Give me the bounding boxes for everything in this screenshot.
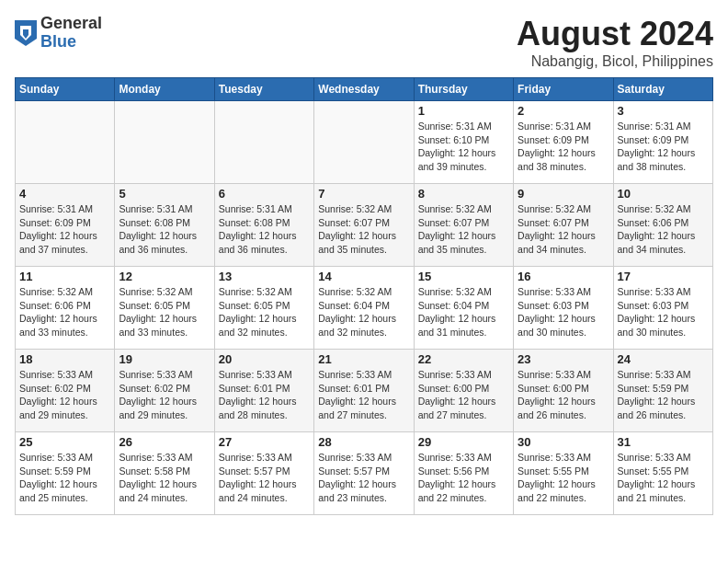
day-number: 31 bbox=[618, 435, 709, 449]
logo-blue: Blue bbox=[40, 33, 102, 52]
calendar-cell: 23Sunrise: 5:33 AM Sunset: 6:00 PM Dayli… bbox=[514, 350, 613, 432]
calendar-cell: 21Sunrise: 5:33 AM Sunset: 6:01 PM Dayli… bbox=[314, 350, 414, 432]
weekday-header-saturday: Saturday bbox=[613, 78, 712, 101]
day-number: 6 bbox=[219, 187, 310, 201]
day-detail: Sunrise: 5:33 AM Sunset: 6:01 PM Dayligh… bbox=[219, 368, 310, 422]
day-detail: Sunrise: 5:33 AM Sunset: 6:00 PM Dayligh… bbox=[418, 368, 509, 422]
day-number: 29 bbox=[418, 435, 509, 449]
day-detail: Sunrise: 5:31 AM Sunset: 6:08 PM Dayligh… bbox=[219, 202, 310, 257]
day-number: 24 bbox=[618, 352, 709, 366]
day-number: 3 bbox=[618, 104, 709, 118]
calendar-cell: 29Sunrise: 5:33 AM Sunset: 5:56 PM Dayli… bbox=[414, 432, 513, 515]
calendar-cell bbox=[115, 101, 214, 184]
day-number: 1 bbox=[418, 104, 509, 118]
day-detail: Sunrise: 5:33 AM Sunset: 5:57 PM Dayligh… bbox=[219, 451, 310, 505]
day-detail: Sunrise: 5:32 AM Sunset: 6:04 PM Dayligh… bbox=[418, 285, 509, 339]
calendar-cell: 17Sunrise: 5:33 AM Sunset: 6:03 PM Dayli… bbox=[613, 267, 712, 350]
day-number: 5 bbox=[119, 187, 210, 201]
day-detail: Sunrise: 5:32 AM Sunset: 6:05 PM Dayligh… bbox=[219, 285, 310, 339]
day-detail: Sunrise: 5:33 AM Sunset: 5:58 PM Dayligh… bbox=[119, 451, 210, 505]
day-number: 22 bbox=[418, 352, 509, 366]
day-number: 8 bbox=[418, 187, 509, 201]
calendar-cell: 9Sunrise: 5:32 AM Sunset: 6:07 PM Daylig… bbox=[514, 184, 613, 267]
calendar-cell: 3Sunrise: 5:31 AM Sunset: 6:09 PM Daylig… bbox=[613, 101, 712, 184]
day-number: 7 bbox=[318, 187, 409, 201]
day-number: 14 bbox=[318, 270, 409, 283]
day-detail: Sunrise: 5:31 AM Sunset: 6:09 PM Dayligh… bbox=[19, 202, 110, 257]
calendar-cell: 1Sunrise: 5:31 AM Sunset: 6:10 PM Daylig… bbox=[414, 101, 513, 184]
day-detail: Sunrise: 5:32 AM Sunset: 6:06 PM Dayligh… bbox=[618, 202, 709, 257]
calendar-cell: 14Sunrise: 5:32 AM Sunset: 6:04 PM Dayli… bbox=[314, 267, 414, 350]
day-number: 21 bbox=[318, 352, 409, 366]
calendar-cell: 15Sunrise: 5:32 AM Sunset: 6:04 PM Dayli… bbox=[414, 267, 513, 350]
calendar-cell: 22Sunrise: 5:33 AM Sunset: 6:00 PM Dayli… bbox=[414, 350, 513, 432]
day-number: 20 bbox=[219, 352, 310, 366]
day-number: 2 bbox=[518, 104, 609, 118]
day-number: 18 bbox=[19, 352, 110, 366]
day-number: 19 bbox=[119, 352, 210, 366]
calendar-cell: 18Sunrise: 5:33 AM Sunset: 6:02 PM Dayli… bbox=[16, 350, 115, 432]
day-detail: Sunrise: 5:32 AM Sunset: 6:07 PM Dayligh… bbox=[318, 202, 409, 257]
day-number: 15 bbox=[418, 270, 509, 283]
day-number: 9 bbox=[518, 187, 609, 201]
weekday-header-friday: Friday bbox=[514, 78, 613, 101]
day-detail: Sunrise: 5:33 AM Sunset: 5:55 PM Dayligh… bbox=[518, 451, 609, 505]
day-detail: Sunrise: 5:31 AM Sunset: 6:09 PM Dayligh… bbox=[618, 120, 709, 174]
calendar-week-row: 4Sunrise: 5:31 AM Sunset: 6:09 PM Daylig… bbox=[16, 184, 713, 267]
calendar-cell: 2Sunrise: 5:31 AM Sunset: 6:09 PM Daylig… bbox=[514, 101, 613, 184]
day-number: 12 bbox=[119, 270, 210, 283]
calendar-cell: 20Sunrise: 5:33 AM Sunset: 6:01 PM Dayli… bbox=[214, 350, 313, 432]
day-detail: Sunrise: 5:33 AM Sunset: 5:57 PM Dayligh… bbox=[318, 451, 409, 505]
logo-icon bbox=[15, 20, 37, 46]
calendar-cell: 13Sunrise: 5:32 AM Sunset: 6:05 PM Dayli… bbox=[214, 267, 313, 350]
calendar-cell bbox=[16, 101, 115, 184]
day-detail: Sunrise: 5:31 AM Sunset: 6:10 PM Dayligh… bbox=[418, 120, 509, 174]
day-number: 13 bbox=[219, 270, 310, 283]
weekday-header-thursday: Thursday bbox=[414, 78, 513, 101]
logo-general: General bbox=[40, 15, 102, 33]
logo-text: General Blue bbox=[40, 15, 102, 52]
title-block: August 2024 Nabangig, Bicol, Philippines bbox=[517, 15, 713, 70]
day-detail: Sunrise: 5:32 AM Sunset: 6:05 PM Dayligh… bbox=[119, 285, 210, 339]
calendar-cell: 27Sunrise: 5:33 AM Sunset: 5:57 PM Dayli… bbox=[214, 432, 313, 515]
day-number: 16 bbox=[518, 270, 609, 283]
calendar-cell: 19Sunrise: 5:33 AM Sunset: 6:02 PM Dayli… bbox=[115, 350, 214, 432]
page-header: General Blue August 2024 Nabangig, Bicol… bbox=[15, 15, 713, 70]
day-detail: Sunrise: 5:31 AM Sunset: 6:09 PM Dayligh… bbox=[518, 120, 609, 174]
day-detail: Sunrise: 5:33 AM Sunset: 6:01 PM Dayligh… bbox=[318, 368, 409, 422]
calendar-cell: 6Sunrise: 5:31 AM Sunset: 6:08 PM Daylig… bbox=[214, 184, 313, 267]
calendar-cell: 7Sunrise: 5:32 AM Sunset: 6:07 PM Daylig… bbox=[314, 184, 414, 267]
day-number: 25 bbox=[19, 435, 110, 449]
day-detail: Sunrise: 5:33 AM Sunset: 6:00 PM Dayligh… bbox=[518, 368, 609, 422]
calendar-cell: 24Sunrise: 5:33 AM Sunset: 5:59 PM Dayli… bbox=[613, 350, 712, 432]
weekday-header-row: SundayMondayTuesdayWednesdayThursdayFrid… bbox=[16, 78, 713, 101]
day-detail: Sunrise: 5:32 AM Sunset: 6:07 PM Dayligh… bbox=[418, 202, 509, 257]
day-detail: Sunrise: 5:33 AM Sunset: 6:03 PM Dayligh… bbox=[618, 285, 709, 339]
calendar-week-row: 18Sunrise: 5:33 AM Sunset: 6:02 PM Dayli… bbox=[16, 350, 713, 432]
weekday-header-sunday: Sunday bbox=[16, 78, 115, 101]
day-detail: Sunrise: 5:33 AM Sunset: 6:03 PM Dayligh… bbox=[518, 285, 609, 339]
calendar-cell: 10Sunrise: 5:32 AM Sunset: 6:06 PM Dayli… bbox=[613, 184, 712, 267]
calendar-cell bbox=[214, 101, 313, 184]
calendar-cell: 11Sunrise: 5:32 AM Sunset: 6:06 PM Dayli… bbox=[16, 267, 115, 350]
day-number: 28 bbox=[318, 435, 409, 449]
day-detail: Sunrise: 5:33 AM Sunset: 5:55 PM Dayligh… bbox=[618, 451, 709, 505]
calendar-cell: 12Sunrise: 5:32 AM Sunset: 6:05 PM Dayli… bbox=[115, 267, 214, 350]
logo: General Blue bbox=[15, 15, 102, 52]
day-detail: Sunrise: 5:32 AM Sunset: 6:07 PM Dayligh… bbox=[518, 202, 609, 257]
day-number: 27 bbox=[219, 435, 310, 449]
day-number: 26 bbox=[119, 435, 210, 449]
day-detail: Sunrise: 5:33 AM Sunset: 6:02 PM Dayligh… bbox=[19, 368, 110, 422]
day-number: 11 bbox=[19, 270, 110, 283]
calendar-cell: 4Sunrise: 5:31 AM Sunset: 6:09 PM Daylig… bbox=[16, 184, 115, 267]
calendar-week-row: 25Sunrise: 5:33 AM Sunset: 5:59 PM Dayli… bbox=[16, 432, 713, 515]
location-subtitle: Nabangig, Bicol, Philippines bbox=[517, 53, 713, 70]
day-detail: Sunrise: 5:33 AM Sunset: 6:02 PM Dayligh… bbox=[119, 368, 210, 422]
weekday-header-wednesday: Wednesday bbox=[314, 78, 414, 101]
calendar-week-row: 11Sunrise: 5:32 AM Sunset: 6:06 PM Dayli… bbox=[16, 267, 713, 350]
month-year-title: August 2024 bbox=[517, 15, 713, 53]
day-number: 23 bbox=[518, 352, 609, 366]
day-detail: Sunrise: 5:32 AM Sunset: 6:06 PM Dayligh… bbox=[19, 285, 110, 339]
day-number: 4 bbox=[19, 187, 110, 201]
calendar-cell: 5Sunrise: 5:31 AM Sunset: 6:08 PM Daylig… bbox=[115, 184, 214, 267]
